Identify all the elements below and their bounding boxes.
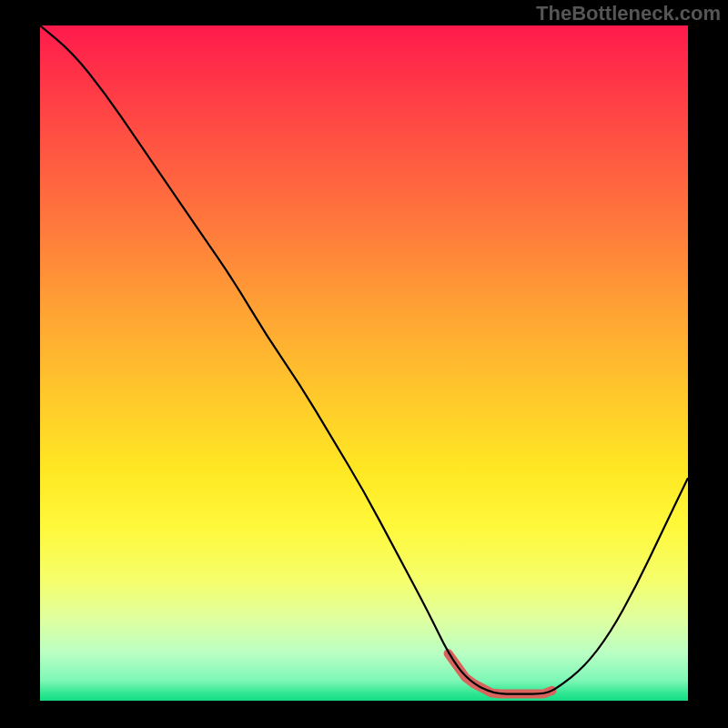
- chart-svg: [40, 25, 688, 701]
- bottleneck-curve-line: [40, 25, 688, 694]
- chart-plot-area: [40, 25, 688, 701]
- watermark-text: TheBottleneck.com: [536, 2, 721, 25]
